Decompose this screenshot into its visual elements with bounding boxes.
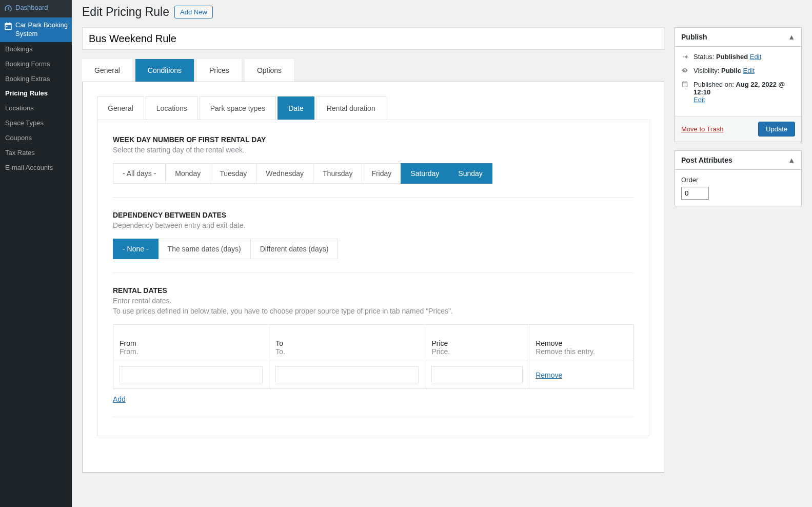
dependency-option-the-same-dates-days-[interactable]: The same dates (days) [158, 239, 251, 259]
table-row: Remove [113, 361, 633, 389]
submenu-item-booking-forms[interactable]: Booking Forms [0, 57, 72, 72]
weekday-desc: Select the starting day of the rental we… [113, 146, 633, 154]
weekday-option-saturday[interactable]: Saturday [401, 163, 449, 184]
page-title: Edit Pricing Rule [82, 5, 169, 19]
to-input[interactable] [275, 366, 419, 383]
add-row-link[interactable]: Add [113, 395, 126, 403]
order-input[interactable] [681, 187, 709, 200]
order-label: Order [681, 176, 795, 184]
divider [113, 197, 633, 198]
submenu-item-e-mail-accounts[interactable]: E-mail Accounts [0, 161, 72, 176]
dependency-section: DEPENDENCY BETWEEN DATES Dependency betw… [113, 211, 633, 259]
move-to-trash-link[interactable]: Move to Trash [681, 125, 723, 133]
weekday-title: WEEK DAY NUMBER OF FIRST RENTAL DAY [113, 135, 633, 144]
edit-visibility-link[interactable]: Edit [743, 67, 755, 74]
update-button[interactable]: Update [758, 122, 795, 136]
submenu-item-locations[interactable]: Locations [0, 101, 72, 116]
weekday-options: - All days -MondayTuesdayWednesdayThursd… [113, 163, 633, 184]
weekday-option-monday[interactable]: Monday [165, 163, 210, 184]
dependency-option-different-dates-days-[interactable]: Different dates (days) [250, 239, 339, 259]
sidebar-item-dashboard[interactable]: Dashboard [0, 0, 72, 17]
admin-sidebar: DashboardCar Park Booking System Booking… [0, 0, 72, 507]
dependency-desc: Dependency between entry and exit date. [113, 221, 633, 229]
col-remove-header: Remove [536, 339, 627, 347]
col-from: From From. [113, 325, 269, 361]
edit-status-link[interactable]: Edit [750, 53, 761, 61]
tab-options[interactable]: Options [245, 59, 294, 82]
main-tabs: GeneralConditionsPricesOptions [82, 59, 664, 82]
publish-box-header: Publish ▲ [675, 28, 801, 47]
publish-box-title: Publish [681, 33, 707, 41]
visibility-value: Public [721, 67, 741, 74]
dependency-option--none-[interactable]: - None - [113, 239, 159, 259]
col-remove: Remove Remove this entry. [529, 325, 633, 361]
sidebar-item-car-park-booking-system[interactable]: Car Park Booking System [0, 17, 72, 42]
remove-row-link[interactable]: Remove [536, 371, 562, 379]
published-on-label: Published on: [694, 81, 734, 88]
rental-dates-desc1: Enter rental dates. [113, 297, 633, 305]
rule-title-input[interactable] [82, 27, 664, 50]
published-on-row: Published on: Aug 22, 2022 @ 12:10 Edit [681, 81, 795, 104]
col-remove-desc: Remove this entry. [536, 347, 595, 356]
tab-general[interactable]: General [82, 59, 132, 82]
col-from-desc: From. [120, 347, 138, 356]
publish-box-footer: Move to Trash Update [675, 116, 801, 142]
edit-date-link[interactable]: Edit [694, 96, 705, 104]
dependency-options: - None -The same dates (days)Different d… [113, 239, 633, 259]
collapse-icon[interactable]: ▲ [788, 33, 795, 41]
tab-content: GeneralLocationsPark space typesDateRent… [82, 82, 664, 473]
attributes-box-header: Post Attributes ▲ [675, 151, 801, 170]
collapse-icon[interactable]: ▲ [788, 156, 795, 164]
sub-tab-general[interactable]: General [97, 96, 144, 120]
col-from-header: From [120, 339, 263, 347]
sub-tabs: GeneralLocationsPark space typesDateRent… [97, 96, 649, 120]
calendar-icon [681, 81, 689, 88]
visibility-label: Visibility: [694, 67, 719, 74]
col-to: To To. [269, 325, 425, 361]
rental-dates-section: RENTAL DATES Enter rental dates. To use … [113, 286, 633, 403]
sub-tab-date[interactable]: Date [278, 96, 314, 120]
col-to-desc: To. [275, 347, 285, 356]
status-value: Published [716, 53, 748, 61]
weekday-section: WEEK DAY NUMBER OF FIRST RENTAL DAY Sele… [113, 135, 633, 184]
col-to-header: To [275, 339, 419, 347]
submenu-item-coupons[interactable]: Coupons [0, 131, 72, 146]
submenu-item-tax-rates[interactable]: Tax Rates [0, 146, 72, 161]
divider [113, 272, 633, 273]
weekday-option--all-days-[interactable]: - All days - [113, 163, 166, 184]
rental-dates-desc2: To use prices defined in below table, yo… [113, 307, 633, 315]
sub-tab-locations[interactable]: Locations [146, 96, 198, 120]
submenu-item-space-types[interactable]: Space Types [0, 116, 72, 131]
sub-tab-park-space-types[interactable]: Park space types [200, 96, 276, 120]
divider [113, 417, 633, 417]
sub-tab-content: WEEK DAY NUMBER OF FIRST RENTAL DAY Sele… [97, 120, 649, 436]
sub-tab-rental-duration[interactable]: Rental duration [316, 96, 386, 120]
add-new-button[interactable]: Add New [174, 6, 213, 18]
weekday-option-tuesday[interactable]: Tuesday [210, 163, 256, 184]
col-price: Price Price. [425, 325, 529, 361]
sidebar-item-label: Dashboard [15, 4, 48, 12]
submenu-item-pricing-rules[interactable]: Pricing Rules [0, 86, 72, 101]
status-label: Status: [694, 53, 714, 61]
main-content: Edit Pricing Rule Add New GeneralConditi… [72, 0, 812, 507]
tab-conditions[interactable]: Conditions [135, 59, 194, 82]
col-price-desc: Price. [431, 347, 450, 356]
attributes-box-title: Post Attributes [681, 156, 732, 164]
weekday-option-friday[interactable]: Friday [362, 163, 401, 184]
dashboard-icon [3, 4, 13, 14]
attributes-box: Post Attributes ▲ Order [675, 150, 802, 206]
content-left: GeneralConditionsPricesOptions GeneralLo… [82, 27, 664, 473]
tab-prices[interactable]: Prices [197, 59, 242, 82]
from-input[interactable] [120, 366, 263, 383]
weekday-option-wednesday[interactable]: Wednesday [256, 163, 313, 184]
submenu-item-booking-extras[interactable]: Booking Extras [0, 72, 72, 87]
page-header: Edit Pricing Rule Add New [82, 5, 802, 19]
eye-icon [681, 67, 689, 74]
col-price-header: Price [431, 339, 523, 347]
weekday-option-thursday[interactable]: Thursday [313, 163, 362, 184]
visibility-row: Visibility: Public Edit [681, 67, 795, 74]
price-input[interactable] [431, 366, 523, 383]
publish-box: Publish ▲ Status: Published Edit [675, 27, 802, 142]
submenu-item-bookings[interactable]: Bookings [0, 42, 72, 57]
weekday-option-sunday[interactable]: Sunday [448, 163, 492, 184]
